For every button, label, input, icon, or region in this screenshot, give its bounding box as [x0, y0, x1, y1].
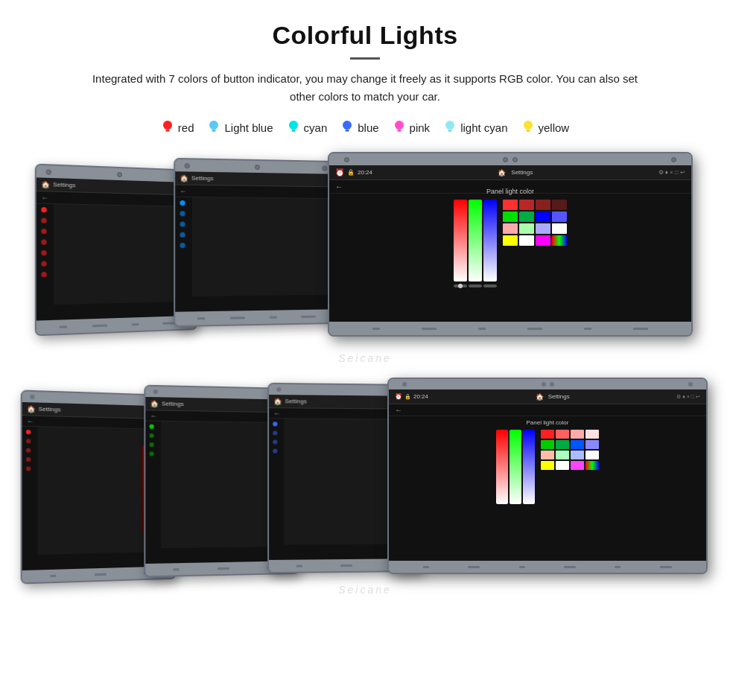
colors-row: red Light blue cyan [161, 119, 569, 136]
top-devices-container: 🏠 Settings ← [15, 152, 715, 364]
color-item-cyan: cyan [287, 119, 328, 136]
lightblue-bulb-icon [207, 119, 220, 136]
color-item-lightcyan: light cyan [443, 119, 507, 136]
svg-rect-11 [346, 130, 349, 132]
device-top-2: 🏠 Settings ← [174, 158, 337, 327]
color-label-lightblue: Light blue [224, 121, 273, 134]
lightcyan-bulb-icon [443, 119, 457, 136]
bottom-devices-container: 🏠 Settings ← Pan [15, 378, 715, 597]
svg-rect-5 [212, 130, 216, 132]
description-text: Integrated with 7 colors of button indic… [82, 70, 648, 106]
color-label-red: red [178, 121, 194, 134]
svg-rect-14 [397, 130, 401, 132]
color-label-cyan: cyan [304, 121, 328, 134]
svg-point-15 [445, 121, 454, 130]
svg-point-9 [343, 121, 352, 130]
title-section: Colorful Lights Integrated with 7 colors… [82, 21, 648, 115]
color-item-pink: pink [393, 119, 431, 136]
blue-bulb-icon [340, 119, 354, 136]
svg-point-18 [524, 121, 533, 130]
device-top-3: ⏰ 🔒 20:24 🏠 Settings ⚙ ♦ × □ ↩ ← Panel l… [328, 152, 693, 337]
svg-point-3 [209, 121, 218, 130]
device-bottom-4: ⏰ 🔒 20:24 🏠 Settings ⚙ ♦ × □ ↩ ← Panel l… [387, 378, 708, 574]
color-label-lightcyan: light cyan [460, 121, 507, 134]
title-divider [350, 57, 380, 60]
color-label-blue: blue [358, 121, 378, 134]
red-bulb-icon [161, 119, 174, 136]
page-title: Colorful Lights [82, 21, 648, 50]
color-item-yellow: yellow [521, 119, 570, 136]
watermark-top: Seicane [338, 352, 392, 364]
pink-bulb-icon [393, 119, 406, 136]
color-item-blue: blue [340, 119, 378, 136]
svg-rect-2 [165, 130, 169, 132]
color-label-yellow: yellow [539, 121, 570, 134]
color-item-lightblue: Light blue [207, 119, 273, 136]
color-label-pink: pink [410, 121, 431, 134]
svg-rect-17 [448, 130, 452, 132]
yellow-bulb-icon [521, 119, 535, 136]
page-container: Colorful Lights Integrated with 7 colors… [0, 0, 730, 700]
svg-point-12 [395, 121, 404, 130]
svg-point-0 [163, 121, 172, 130]
svg-point-6 [289, 121, 298, 130]
watermark-bottom: Seicane [338, 584, 392, 596]
svg-rect-8 [291, 130, 295, 132]
cyan-bulb-icon [287, 119, 300, 136]
svg-rect-20 [526, 130, 530, 132]
color-item-red: red [161, 119, 194, 136]
